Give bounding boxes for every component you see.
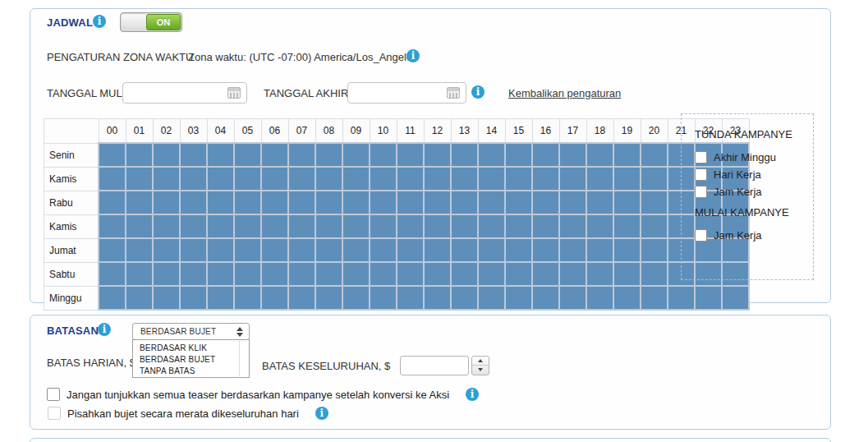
schedule-cell[interactable] [586, 167, 613, 191]
grid-hour-header[interactable]: 03 [180, 119, 207, 144]
grid-hour-header[interactable]: 19 [613, 119, 641, 144]
grid-hour-header[interactable]: 07 [288, 119, 315, 144]
schedule-cell[interactable] [532, 286, 559, 310]
schedule-cell[interactable] [99, 214, 126, 238]
schedule-cell[interactable] [180, 214, 207, 238]
schedule-cell[interactable] [397, 262, 424, 286]
schedule-cell[interactable] [261, 143, 288, 167]
schedule-cell[interactable] [451, 262, 478, 286]
schedule-cell[interactable] [559, 286, 586, 310]
schedule-cell[interactable] [261, 167, 288, 191]
schedule-cell[interactable] [641, 214, 668, 238]
split-budget-info-icon[interactable] [315, 407, 328, 420]
schedule-cell[interactable] [261, 286, 288, 310]
schedule-cell[interactable] [315, 214, 342, 238]
schedule-cell[interactable] [342, 286, 370, 310]
schedule-cell[interactable] [261, 191, 288, 214]
schedule-cell[interactable] [207, 262, 234, 286]
schedule-cell[interactable] [695, 286, 722, 310]
schedule-cell[interactable] [288, 214, 315, 238]
schedule-cell[interactable] [641, 262, 668, 286]
schedule-cell[interactable] [613, 167, 641, 191]
schedule-cell[interactable] [478, 214, 505, 238]
schedule-cell[interactable] [207, 286, 234, 310]
hide-teasers-info-icon[interactable] [466, 388, 479, 401]
grid-hour-header[interactable]: 16 [532, 119, 559, 144]
grid-hour-header[interactable]: 20 [641, 119, 668, 144]
schedule-cell[interactable] [180, 238, 207, 262]
schedule-cell[interactable] [153, 262, 180, 286]
grid-day-label[interactable]: Rabu [44, 191, 99, 214]
schedule-cell[interactable] [613, 286, 641, 310]
schedule-cell[interactable] [315, 286, 342, 310]
split-budget-checkbox[interactable] [48, 407, 61, 420]
grid-day-label[interactable]: Kamis [44, 214, 99, 238]
schedule-cell[interactable] [234, 143, 261, 167]
schedule-cell[interactable] [153, 143, 180, 167]
schedule-cell[interactable] [451, 214, 478, 238]
schedule-cell[interactable] [451, 143, 478, 167]
schedule-cell[interactable] [586, 191, 613, 214]
dropdown-scrollbar[interactable] [239, 341, 240, 376]
timezone-info-icon[interactable] [406, 49, 420, 62]
start-campaign-checkbox[interactable] [695, 229, 707, 242]
schedule-cell[interactable] [641, 286, 668, 310]
end-date-info-icon[interactable] [471, 85, 485, 99]
schedule-cell[interactable] [99, 167, 126, 191]
schedule-cell[interactable] [613, 214, 641, 238]
schedule-cell[interactable] [397, 286, 424, 310]
grid-hour-header[interactable]: 13 [451, 119, 478, 144]
schedule-cell[interactable] [613, 238, 641, 262]
pause-campaign-option[interactable]: Hari Kerja [695, 166, 813, 183]
schedule-cell[interactable] [126, 286, 153, 310]
schedule-cell[interactable] [451, 191, 478, 214]
schedule-cell[interactable] [261, 262, 288, 286]
schedule-cell[interactable] [315, 143, 342, 167]
hide-teasers-option[interactable]: Jangan tunjukkan semua teaser berdasarka… [47, 388, 479, 401]
schedule-cell[interactable] [478, 286, 505, 310]
schedule-cell[interactable] [424, 143, 451, 167]
schedule-cell[interactable] [288, 143, 315, 167]
reset-settings-link[interactable]: Kembalikan pengaturan [508, 87, 621, 99]
schedule-cell[interactable] [532, 167, 559, 191]
calendar-icon[interactable] [227, 87, 241, 99]
schedule-cell[interactable] [234, 214, 261, 238]
schedule-cell[interactable] [342, 214, 370, 238]
calendar-icon[interactable] [447, 87, 460, 99]
schedule-cell[interactable] [478, 238, 505, 262]
schedule-cell[interactable] [180, 262, 207, 286]
schedule-cell[interactable] [153, 286, 180, 310]
schedule-cell[interactable] [288, 167, 315, 191]
schedule-cell[interactable] [342, 167, 370, 191]
schedule-cell[interactable] [126, 143, 153, 167]
schedule-cell[interactable] [315, 262, 342, 286]
schedule-cell[interactable] [505, 191, 532, 214]
schedule-cell[interactable] [586, 286, 613, 310]
grid-hour-header[interactable]: 12 [424, 119, 451, 144]
schedule-cell[interactable] [424, 167, 451, 191]
schedule-cell[interactable] [370, 238, 397, 262]
schedule-cell[interactable] [370, 143, 397, 167]
start-date-field[interactable] [122, 82, 247, 104]
schedule-cell[interactable] [288, 191, 315, 214]
schedule-cell[interactable] [505, 238, 532, 262]
schedule-cell[interactable] [370, 214, 397, 238]
schedule-cell[interactable] [532, 262, 559, 286]
schedule-cell[interactable] [234, 167, 261, 191]
stepper-down-button[interactable] [472, 365, 489, 374]
schedule-cell[interactable] [370, 262, 397, 286]
schedule-cell[interactable] [342, 262, 370, 286]
schedule-cell[interactable] [397, 143, 424, 167]
schedule-cell[interactable] [478, 191, 505, 214]
schedule-cell[interactable] [424, 214, 451, 238]
schedule-cell[interactable] [342, 143, 370, 167]
hide-teasers-checkbox[interactable] [47, 388, 60, 401]
schedule-cell[interactable] [207, 238, 234, 262]
grid-hour-header[interactable]: 05 [234, 119, 261, 144]
schedule-cell[interactable] [153, 167, 180, 191]
grid-day-label[interactable]: Jumat [44, 238, 99, 262]
limits-info-icon[interactable] [98, 323, 111, 336]
schedule-cell[interactable] [641, 238, 668, 262]
limit-type-select[interactable]: BERDASAR BUJET [132, 323, 250, 340]
pause-campaign-checkbox[interactable] [695, 168, 707, 181]
